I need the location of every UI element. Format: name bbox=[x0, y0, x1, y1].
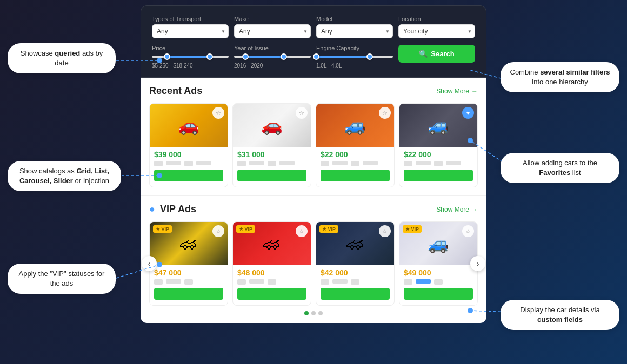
carousel-arrow-left[interactable]: ‹ bbox=[142, 256, 157, 271]
recent-car-2-info: $31 000 bbox=[233, 147, 311, 187]
vip-ads-show-more[interactable]: Show More → bbox=[436, 206, 478, 213]
location-select[interactable]: Your city bbox=[398, 24, 475, 38]
recent-car-1-favorite[interactable]: ☆ bbox=[212, 107, 224, 119]
engine-thumb-left[interactable] bbox=[313, 53, 319, 60]
filter-row-2: Price $5 250 - $18 240 Year of Issue bbox=[152, 45, 475, 70]
recent-car-4: 🚙 ♥ $22 000 bbox=[399, 103, 478, 187]
vip-spec-8 bbox=[434, 279, 443, 285]
recent-car-3-cta[interactable] bbox=[321, 170, 390, 181]
vip-car-2-favorite[interactable]: ☆ bbox=[296, 225, 308, 237]
recent-car-3-favorite[interactable]: ☆ bbox=[379, 107, 391, 119]
recent-car-4-favorite[interactable]: ♥ bbox=[462, 107, 474, 119]
year-filter: Year of Issue 2016 - 2020 bbox=[234, 45, 311, 70]
arrow-right-icon: → bbox=[471, 87, 478, 95]
vip-car-1-price: $47 000 bbox=[154, 268, 223, 277]
vip-car-2-badge: ★ VIP bbox=[236, 225, 255, 233]
transport-select[interactable]: Any bbox=[152, 24, 229, 38]
recent-car-1-cta[interactable] bbox=[154, 170, 223, 181]
filter-location: Location Your city bbox=[398, 16, 475, 38]
vip-car-1-badge: ★ VIP bbox=[153, 225, 172, 233]
recent-car-2-price: $31 000 bbox=[237, 150, 306, 159]
recent-car-3: 🚙 ☆ $22 000 bbox=[316, 103, 395, 187]
recent-car-2-image: 🚗 ☆ bbox=[233, 104, 311, 147]
recent-car-4-cta[interactable] bbox=[404, 170, 473, 181]
make-select[interactable]: Any bbox=[234, 24, 311, 38]
model-select[interactable]: Any bbox=[316, 24, 393, 38]
model-label: Model bbox=[316, 16, 393, 22]
vip-car-1: 🏎 ★ VIP ☆ $47 000 bbox=[149, 221, 228, 306]
vip-car-1-favorite[interactable]: ☆ bbox=[212, 225, 224, 237]
recent-ads-title: Recent Ads bbox=[149, 85, 202, 97]
vip-car-2-info: $48 000 bbox=[233, 265, 311, 305]
vip-car-4-badge: ★ VIP bbox=[403, 225, 422, 233]
annotation-custom-fields: Display the car details via custom field… bbox=[501, 300, 619, 330]
filter-transport: Types of Transport Any bbox=[152, 16, 229, 38]
recent-ads-show-more[interactable]: Show More → bbox=[436, 87, 478, 95]
vip-car-3-favorite[interactable]: ☆ bbox=[379, 225, 391, 237]
year-slider-fill bbox=[245, 56, 284, 58]
vip-car-3-badge: ★ VIP bbox=[319, 225, 338, 233]
vip-arrow-right-icon: → bbox=[471, 206, 478, 213]
vip-car-1-info: $47 000 bbox=[150, 265, 228, 305]
price-filter: Price $5 250 - $18 240 bbox=[152, 45, 229, 70]
make-select-wrapper: Any bbox=[234, 24, 311, 38]
location-select-wrapper: Your city bbox=[398, 24, 475, 38]
search-button-wrapper: 🔍 Search bbox=[398, 45, 475, 63]
spec-badge-5 bbox=[321, 161, 329, 166]
engine-slider-track[interactable] bbox=[316, 56, 393, 58]
year-value: 2016 - 2020 bbox=[234, 63, 263, 69]
vip-car-3-price: $42 000 bbox=[321, 268, 390, 277]
year-slider-track[interactable] bbox=[234, 56, 311, 58]
location-label: Location bbox=[398, 16, 475, 22]
year-label: Year of Issue bbox=[234, 45, 311, 51]
recent-ads-header: Recent Ads Show More → bbox=[149, 85, 478, 97]
combine-bold: several similar filters bbox=[540, 68, 610, 76]
recent-car-3-info: $22 000 bbox=[316, 147, 394, 187]
recent-car-4-price: $22 000 bbox=[404, 150, 473, 159]
spec-badge-2 bbox=[184, 161, 193, 166]
spec-badge-1 bbox=[154, 161, 163, 166]
vip-car-4: 🚙 ★ VIP ☆ $49 000 bbox=[399, 221, 478, 306]
filter-section: Types of Transport Any Make Any bbox=[141, 5, 486, 78]
vip-spec-3 bbox=[237, 279, 246, 285]
recent-car-2-favorite[interactable]: ☆ bbox=[296, 107, 308, 119]
year-thumb-left[interactable] bbox=[242, 53, 249, 60]
vip-car-1-cta[interactable] bbox=[154, 288, 223, 300]
vip-car-4-cta[interactable] bbox=[404, 288, 473, 300]
price-value: $5 250 - $18 240 bbox=[152, 63, 193, 69]
vip-spec-text-4 bbox=[416, 279, 431, 284]
vip-car-4-favorite[interactable]: ☆ bbox=[462, 225, 474, 237]
engine-thumb-right[interactable] bbox=[366, 53, 373, 60]
vip-car-3-cta[interactable] bbox=[321, 288, 390, 300]
vip-car-3-image: 🏎 ★ VIP ☆ bbox=[316, 222, 394, 265]
price-thumb-left[interactable] bbox=[164, 53, 170, 60]
dot-2[interactable] bbox=[311, 311, 316, 315]
recent-car-2-cta[interactable] bbox=[237, 170, 306, 181]
dot-1[interactable] bbox=[304, 311, 309, 315]
vip-spec-6 bbox=[351, 279, 359, 285]
search-icon: 🔍 bbox=[419, 50, 428, 58]
year-thumb-right[interactable] bbox=[281, 53, 287, 60]
transport-label: Types of Transport bbox=[152, 16, 229, 22]
recent-car-1-specs bbox=[154, 161, 223, 166]
filter-make: Make Any bbox=[234, 16, 311, 38]
vip-spec-7 bbox=[404, 279, 412, 285]
spec-badge-7 bbox=[404, 161, 412, 166]
dot-3[interactable] bbox=[318, 311, 323, 315]
custom-fields-bold: custom fields bbox=[537, 315, 583, 323]
vip-spec-2 bbox=[184, 279, 193, 285]
recent-car-3-price: $22 000 bbox=[321, 150, 390, 159]
carousel-arrow-right[interactable]: › bbox=[470, 256, 485, 271]
carousel-dots bbox=[149, 311, 478, 315]
vip-car-2-cta[interactable] bbox=[237, 288, 306, 300]
vip-car-4-price: $49 000 bbox=[404, 268, 473, 277]
recent-car-3-specs bbox=[321, 161, 390, 166]
search-button[interactable]: 🔍 Search bbox=[398, 45, 475, 63]
vip-ads-section: ● VIP Ads Show More → ‹ 🏎 ★ VIP ☆ bbox=[141, 196, 486, 323]
vip-spec-text-1 bbox=[166, 279, 181, 284]
vip-dot: ● bbox=[149, 204, 155, 214]
recent-car-3-image: 🚙 ☆ bbox=[316, 104, 394, 147]
price-slider-track[interactable] bbox=[152, 56, 229, 58]
annotation-showcase: Showcase queried ads by date bbox=[8, 43, 116, 73]
price-thumb-right[interactable] bbox=[206, 53, 213, 60]
